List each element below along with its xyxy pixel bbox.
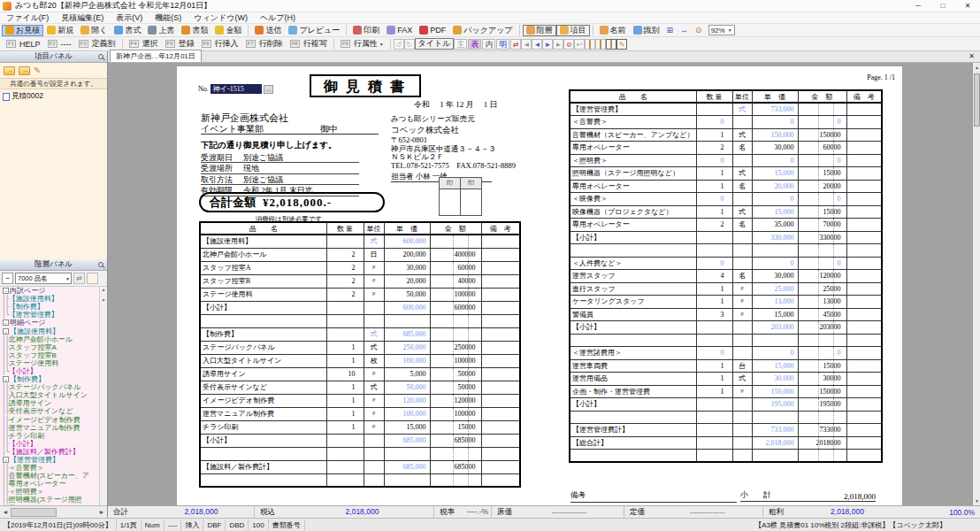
memo-cell[interactable] [846,244,882,258]
unit-price-cell[interactable]: 200,000 [384,248,430,261]
menu-item[interactable]: ウィンドウ(W) [188,12,254,24]
quantity-cell[interactable]: 1 [326,381,364,394]
amount-cell[interactable]: 100000 [430,288,481,301]
amount-cell[interactable]: 0 [798,257,846,270]
fax-button[interactable]: FAX [383,25,416,36]
quantity-cell[interactable] [326,447,364,460]
move-left-icon[interactable]: ◄ [532,39,542,50]
quantity-cell[interactable]: 1 [696,180,732,193]
folder-out-icon[interactable] [19,66,30,75]
unit-price-cell[interactable]: 100,000 [384,407,430,420]
item-name-cell[interactable]: 【施設料／製作費計】 [200,460,326,473]
select-button[interactable]: F4選択 [126,38,162,50]
define-button[interactable]: F3定義割 [75,38,119,50]
item-name-cell[interactable] [200,314,326,327]
unit-price-cell[interactable]: 250,000 [384,341,430,354]
memo-cell[interactable] [846,411,882,424]
memo-cell[interactable] [846,321,882,335]
amount-cell[interactable] [430,473,481,487]
memo-cell[interactable] [481,327,520,341]
unit-cell[interactable]: 〃 [732,308,752,321]
unit-price-cell[interactable]: 15,000 [752,167,798,181]
memo-cell[interactable] [846,450,882,463]
unit-price-cell[interactable]: 0 [752,257,798,270]
unit-cell[interactable]: 名 [732,142,752,155]
magnifier-icon[interactable] [98,262,103,267]
quantity-cell[interactable] [696,231,732,244]
memo-cell[interactable] [846,142,882,155]
unit-cell[interactable]: 式 [732,373,752,386]
unit-price-cell[interactable]: 733,000 [752,103,798,116]
memo-cell[interactable] [846,385,882,398]
help-button[interactable]: F1HELP [3,38,44,50]
memo-cell[interactable] [481,354,520,367]
quantity-cell[interactable]: 1 [696,282,732,296]
memo-cell[interactable] [846,334,882,347]
collapse-box-icon[interactable]: - [3,328,9,335]
amount-cell[interactable]: 0 [798,116,846,129]
unit-cell[interactable]: 〃 [732,296,752,309]
unit-price-cell[interactable]: 30,000 [384,261,430,274]
unit-price-cell[interactable]: 0 [752,154,798,167]
unit-price-cell[interactable] [752,334,798,347]
amount-button[interactable]: 金額 [211,25,245,36]
quantity-cell[interactable] [696,436,732,450]
unit-price-cell[interactable]: 25,000 [752,282,798,296]
quantity-cell[interactable]: 1 [326,420,364,434]
amount-cell[interactable]: 25000 [798,282,846,296]
unit-price-cell[interactable]: 120,000 [384,394,430,407]
item-name-cell[interactable]: ステージバックパネル [200,341,326,354]
unit-cell[interactable]: 〃 [364,394,384,407]
unit-cell[interactable] [364,434,384,447]
scroll-left-icon[interactable]: ◄ [0,509,11,515]
amount-cell[interactable]: 330000 [798,231,846,244]
unit-cell[interactable]: 〃 [364,407,384,420]
item-name-cell[interactable]: 【運営管理費】 [570,103,696,116]
unit-price-cell[interactable]: 733,000 [752,424,798,437]
memo-cell[interactable] [481,420,520,434]
quantity-cell[interactable] [696,334,732,347]
unit-price-cell[interactable]: 15,000 [752,308,798,321]
unit-cell[interactable] [732,257,752,270]
unit-price-cell[interactable]: 600,000 [384,301,430,314]
item-name-cell[interactable]: 【運営管理費計】 [570,424,696,437]
undo-icon[interactable]: ↺ [394,39,404,50]
quantity-cell[interactable]: 1 [696,359,732,373]
item-name-cell[interactable]: スタッフ控室B [200,274,326,288]
documents-button[interactable]: 書類 [178,25,211,36]
memo-cell[interactable] [846,373,882,386]
quantity-cell[interactable]: 2 [326,248,364,261]
amount-cell[interactable]: 250000 [430,341,481,354]
quantity-cell[interactable] [696,450,732,463]
item-name-cell[interactable]: 【施設使用料】 [200,235,326,248]
item-name-cell[interactable]: ケータリングスタッフ [570,296,696,309]
item-name-cell[interactable]: 専用オペレーター [570,142,696,155]
prohibit-icon[interactable]: ⊘ [563,39,574,50]
unit-price-cell[interactable]: 30,000 [752,373,798,386]
amount-cell[interactable]: 50000 [430,367,481,381]
item-name-cell[interactable]: 【小計】 [570,321,696,335]
memo-cell[interactable] [846,205,882,219]
unit-cell[interactable]: 〃 [364,261,384,274]
amount-cell[interactable] [430,314,481,327]
unit-price-cell[interactable]: 195,000 [752,398,798,412]
item-name-cell[interactable]: ＜人件費など＞ [570,257,696,270]
unit-price-cell[interactable]: 0 [752,193,798,206]
unit-cell[interactable] [732,411,752,424]
unit-cell[interactable]: 名 [732,180,752,193]
memo-cell[interactable] [846,180,882,193]
remarks-label[interactable]: 備考 [570,490,737,503]
memo-cell[interactable] [846,282,882,296]
amount-cell[interactable]: 20000 [798,180,846,193]
unit-price-cell[interactable]: 15,000 [752,359,798,373]
unit-cell[interactable]: 名 [732,270,752,283]
item-name-cell[interactable] [200,447,326,460]
unit-cell[interactable] [732,154,752,167]
item-name-cell[interactable]: 映像機器（プロジェクタなど） [570,205,696,219]
unit-price-cell[interactable]: 20,000 [384,274,430,288]
memo-cell[interactable] [846,128,882,142]
memo-cell[interactable] [481,394,520,407]
unit-price-cell[interactable]: 0 [752,116,798,129]
memo-cell[interactable] [481,447,520,460]
quantity-cell[interactable] [696,244,732,258]
